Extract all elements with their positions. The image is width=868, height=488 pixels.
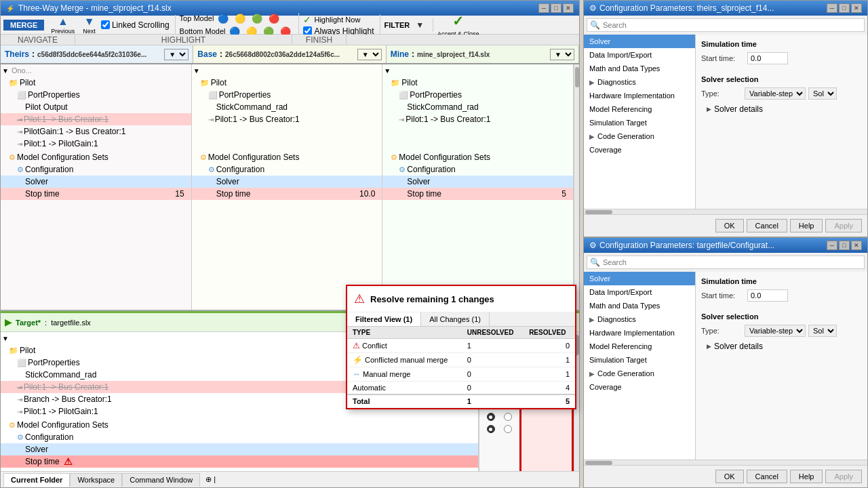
command-window-tab[interactable]: Command Window [122, 473, 200, 487]
config-bottom-minimize[interactable]: ─ [827, 241, 837, 250]
config-bottom-hscroll[interactable] [584, 460, 867, 465]
theirs-prev-row: ▼ Ono... [1, 64, 191, 77]
highlight-now-btn[interactable]: ✓ Highlight Now [303, 14, 374, 25]
radio-t2[interactable] [487, 413, 495, 421]
scrollbar-thumb[interactable] [575, 67, 579, 87]
radio-b2[interactable] [504, 413, 512, 421]
config-top-search-input[interactable] [603, 21, 861, 29]
theirs-stoptime-row: Stop time 15 [1, 188, 191, 200]
workspace-tab[interactable]: Workspace [70, 473, 122, 487]
solver-algo-select[interactable]: Sol [808, 87, 837, 100]
config-bottom-ok[interactable]: OK [715, 470, 744, 483]
bsolver-sel-section: Solver selection [701, 312, 862, 321]
config-top-close[interactable]: ✕ [851, 3, 862, 13]
previous-button[interactable]: ▲ Previous [48, 15, 77, 35]
config-bottom-close[interactable]: ✕ [851, 241, 862, 250]
nav-data-import[interactable]: Data Import/Export [584, 48, 695, 62]
base-dropdown[interactable]: ▼ [357, 49, 382, 60]
config-top-nav: Solver Data Import/Export Math and Data … [584, 35, 696, 209]
radio-b3[interactable] [504, 425, 512, 433]
stop-time-error-icon: ⚠ [64, 456, 73, 467]
radio-t3[interactable] [487, 425, 495, 433]
config-top-cancel[interactable]: Cancel [747, 219, 787, 232]
theirs-pilot1bus-row-strikethrough: ⇥ Pilot:1 -> Bus Creator:1 [1, 113, 191, 125]
mine-prev-row: ▼ [382, 64, 573, 77]
merge-label: MERGE [3, 20, 44, 30]
main-scrollbar[interactable] [574, 64, 579, 310]
nav-model-ref[interactable]: Model Referencing [584, 102, 695, 116]
config-top-help[interactable]: Help [790, 219, 823, 232]
base-pilot1bus-row: ⇥ Pilot:1 -> Bus Creator:1 [192, 113, 382, 125]
config-bottom-cancel[interactable]: Cancel [747, 470, 787, 483]
theirs-header: Theirs : c56d8f35ddc6ee644a5f2c31036e...… [1, 45, 193, 63]
top-model-btn4[interactable]: 🔴 [267, 13, 281, 24]
radio-row-pilotgain[interactable] [479, 423, 519, 435]
bsolver-algo-select[interactable]: Sol [808, 325, 837, 337]
config-bottom-search[interactable]: 🔍 [587, 256, 865, 269]
config-bottom-maximize[interactable]: □ [839, 241, 850, 250]
config-top-minimize[interactable]: ─ [827, 3, 837, 13]
bnav-coverage[interactable]: Coverage [584, 380, 695, 394]
close-button[interactable]: ✕ [563, 3, 574, 13]
bnav-hardware[interactable]: Hardware Implementation [584, 326, 695, 340]
accept-close-button[interactable]: ✓ Accept & Close [437, 13, 479, 37]
config-top-maximize[interactable]: □ [839, 3, 850, 13]
mine-dropdown[interactable]: ▼ [550, 49, 574, 60]
top-model-btn2[interactable]: 🟡 [233, 13, 248, 24]
config-bottom-help[interactable]: Help [790, 470, 823, 483]
bsolver-type-select[interactable]: Variable-step [745, 325, 806, 337]
bnav-code-gen[interactable]: ▶ Code Generation [584, 367, 695, 380]
mine-solver-row: Solver [382, 176, 573, 188]
filter-dropdown-btn[interactable]: ▼ [412, 18, 427, 32]
nav-sim-target[interactable]: Simulation Target [584, 116, 695, 129]
bstart-time-row: Start time: [701, 289, 862, 302]
filtered-view-tab[interactable]: Filtered View (1) [347, 312, 421, 326]
col-type-header: TYPE [347, 327, 462, 339]
navigate-label: NAVIGATE [1, 35, 75, 45]
bstart-time-input[interactable] [747, 289, 788, 302]
nav-math-data[interactable]: Math and Data Types [584, 62, 695, 75]
bnav-math-data[interactable]: Math and Data Types [584, 299, 695, 312]
minimize-button[interactable]: ─ [538, 3, 549, 13]
next-button[interactable]: ▼ Next [80, 15, 98, 35]
config-top-controls: ─ □ ✕ [827, 3, 862, 13]
nav-solver[interactable]: Solver [584, 35, 695, 48]
nav-diagnostics[interactable]: ▶ Diagnostics [584, 75, 695, 89]
bsolver-details-row: ▶ Solver details [701, 340, 862, 353]
all-changes-tab[interactable]: All Changes (1) [421, 312, 490, 326]
base-prev-row: ▼ [192, 64, 382, 77]
status-text: ⊕ | [205, 475, 216, 484]
config-top-apply[interactable]: Apply [825, 219, 862, 232]
base-stoptime-row: Stop time 10.0 [192, 188, 382, 200]
config-top-ok[interactable]: OK [715, 219, 744, 232]
resolve-tabs: Filtered View (1) All Changes (1) [347, 312, 575, 327]
solver-details-arrow: ▶ [707, 106, 711, 113]
bnav-diagnostics[interactable]: ▶ Diagnostics [584, 312, 695, 326]
config-top-search[interactable]: 🔍 [587, 18, 865, 32]
config-bottom-apply[interactable]: Apply [825, 470, 862, 483]
theirs-hash: c56d8f35ddc6ee644a5f2c31036e... [37, 51, 146, 58]
start-time-input[interactable] [747, 52, 788, 64]
base-modelcfg-row: ⚙ Model Configuration Sets [192, 151, 382, 163]
config-top-hscroll[interactable] [584, 209, 867, 214]
bsolver-type-row: Type: Variable-step Sol [701, 325, 862, 337]
bnav-data-import[interactable]: Data Import/Export [584, 285, 695, 299]
theirs-pilot1pilotgain-row: ⇥ Pilot:1 -> PilotGain:1 [1, 138, 191, 150]
theirs-dropdown[interactable]: ▼ [164, 49, 189, 60]
nav-hardware[interactable]: Hardware Implementation [584, 89, 695, 102]
bnav-sim-target[interactable]: Simulation Target [584, 353, 695, 367]
top-model-btn1[interactable]: 🔵 [216, 13, 231, 24]
nav-code-gen[interactable]: ▶ Code Generation [584, 129, 695, 143]
solver-type-select[interactable]: Variable-step [745, 87, 806, 100]
maximize-button[interactable]: □ [551, 3, 561, 13]
nav-coverage[interactable]: Coverage [584, 143, 695, 157]
top-model-btn3[interactable]: 🟢 [250, 13, 264, 24]
bnav-model-ref[interactable]: Model Referencing [584, 340, 695, 353]
config-bottom-hscroll-thumb[interactable] [585, 461, 612, 465]
linked-scrolling-checkbox[interactable]: Linked Scrolling [101, 20, 170, 30]
config-top-hscroll-thumb[interactable] [585, 210, 612, 214]
current-folder-tab[interactable]: Current Folder [3, 473, 70, 487]
bnav-solver[interactable]: Solver [584, 272, 695, 285]
radio-row-branchbus[interactable] [479, 411, 519, 423]
config-bottom-search-input[interactable] [603, 258, 861, 266]
